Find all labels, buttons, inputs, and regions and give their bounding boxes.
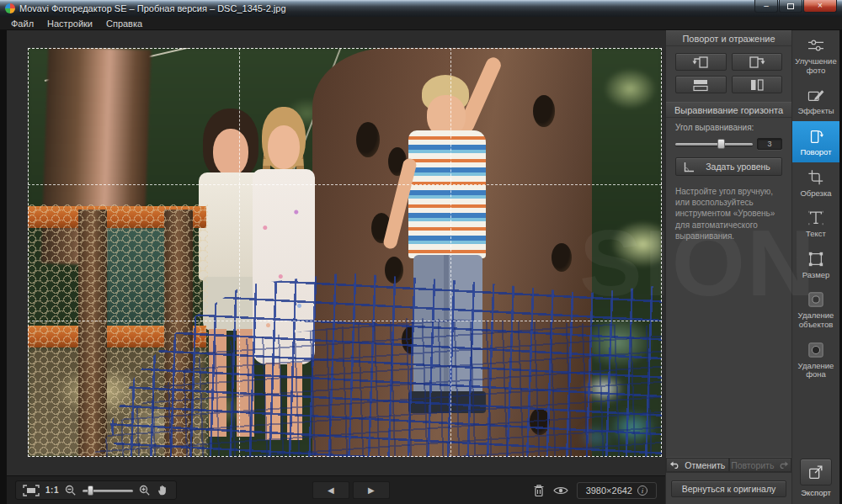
app-logo-icon xyxy=(5,3,15,13)
zoom-out-icon[interactable] xyxy=(65,485,77,496)
object-removal-icon xyxy=(807,290,824,309)
zoom-controls: 1:1 xyxy=(15,480,177,500)
redo-button[interactable]: Повторить xyxy=(729,458,792,472)
eye-icon[interactable] xyxy=(553,485,568,496)
next-image-button[interactable]: ▶ xyxy=(353,481,390,499)
image-dimensions[interactable]: 3980×2642 i xyxy=(577,482,657,499)
angle-slider-handle[interactable] xyxy=(717,139,725,149)
maximize-button[interactable] xyxy=(779,0,802,13)
revert-to-original-button[interactable]: Вернуться к оригиналу xyxy=(671,480,786,497)
window-title: Movavi Фоторедактор SE – Пробная версия … xyxy=(19,3,286,13)
sidebar-item-effects[interactable]: Эффекты xyxy=(792,80,839,121)
zoom-slider[interactable] xyxy=(83,485,133,496)
rotate-icon xyxy=(807,127,825,146)
tool-options-panel: Поворот и отражение Выравнивание горизон… xyxy=(665,30,791,504)
sidebar-item-crop[interactable]: Обрезка xyxy=(792,162,839,204)
rotate-right-button[interactable] xyxy=(732,53,783,71)
rotation-buttons xyxy=(666,46,791,102)
zoom-in-icon[interactable] xyxy=(139,485,151,496)
statusbar: 1:1 ◀ ▶ xyxy=(7,475,665,504)
close-icon: × xyxy=(818,2,823,10)
thirds-grid-line xyxy=(239,48,240,457)
set-level-label: Задать уровень xyxy=(701,162,775,172)
sidebar-item-object-removal[interactable]: Удаление объектов xyxy=(792,284,839,334)
app-window: Movavi Фоторедактор SE – Пробная версия … xyxy=(0,0,842,504)
level-icon xyxy=(683,162,695,172)
sidebar-item-label: Поворот xyxy=(800,148,831,157)
tools-sidebar: Улучшение фото Эффекты Поворот Обрезка xyxy=(791,30,842,504)
thirds-grid-line xyxy=(28,321,662,321)
actual-size-button[interactable]: 1:1 xyxy=(45,485,59,495)
menu-settings[interactable]: Настройки xyxy=(41,18,99,29)
sliders-icon xyxy=(807,36,825,55)
flip-vertical-button[interactable] xyxy=(675,76,727,93)
menu-help[interactable]: Справка xyxy=(100,18,148,29)
sidebar-item-rotate[interactable]: Поворот xyxy=(792,121,839,162)
redo-icon xyxy=(778,461,789,469)
maximize-icon xyxy=(787,3,794,9)
thirds-grid-line xyxy=(450,48,451,457)
sidebar-item-label: Текст xyxy=(806,230,826,239)
redo-label: Повторить xyxy=(731,460,774,470)
sidebar-item-label: Обрезка xyxy=(800,189,831,199)
sidebar-item-resize[interactable]: Размер xyxy=(792,244,839,285)
info-icon: i xyxy=(637,485,647,496)
help-text: Настройте угол вручную, или воспользуйте… xyxy=(666,183,791,245)
sidebar-item-label: Эффекты xyxy=(797,107,834,116)
angle-slider[interactable] xyxy=(675,139,753,149)
menubar: Файл Настройки Справка xyxy=(0,17,842,30)
angle-value-input[interactable]: 3 xyxy=(757,138,782,150)
export-icon xyxy=(800,459,832,485)
undo-label: Отменить xyxy=(685,460,725,470)
hand-tool-icon[interactable] xyxy=(157,484,169,496)
resize-icon xyxy=(807,250,824,268)
angle-label: Угол выравнивания: xyxy=(666,118,791,134)
minimize-button[interactable]: – xyxy=(754,0,778,13)
set-level-button[interactable]: Задать уровень xyxy=(675,157,782,176)
trash-icon[interactable] xyxy=(533,484,545,497)
sidebar-item-background-removal[interactable]: Удаление фона xyxy=(792,335,839,385)
sidebar-item-photo-enhance[interactable]: Улучшение фото xyxy=(792,30,839,80)
thirds-grid-line xyxy=(28,184,662,185)
navigation-buttons: ◀ ▶ xyxy=(312,481,390,499)
flip-horizontal-button[interactable] xyxy=(732,76,783,93)
sidebar-item-label: Улучшение фото xyxy=(794,57,838,75)
dimensions-value: 3980×2642 xyxy=(586,485,632,496)
thirds-grid-border xyxy=(28,48,662,457)
sidebar-item-text[interactable]: Текст xyxy=(792,203,839,244)
fit-screen-button[interactable] xyxy=(23,485,40,496)
canvas[interactable] xyxy=(7,30,665,475)
sidebar-item-label: Размер xyxy=(802,271,830,280)
sidebar-item-label: Удаление фона xyxy=(794,362,838,379)
text-icon xyxy=(807,209,824,227)
undo-button[interactable]: Отменить xyxy=(666,458,729,472)
photo[interactable] xyxy=(28,48,662,457)
minimize-icon: – xyxy=(764,2,769,10)
statusbar-right: 3980×2642 i xyxy=(533,482,657,499)
window-controls: – × xyxy=(754,0,837,17)
close-button[interactable]: × xyxy=(803,0,837,13)
export-button[interactable]: Экспорт xyxy=(792,454,839,504)
background-removal-icon xyxy=(807,341,824,359)
titlebar: Movavi Фоторедактор SE – Пробная версия … xyxy=(0,0,842,17)
horizon-section-header: Выравнивание горизонта xyxy=(666,102,791,118)
angle-slider-track xyxy=(675,143,753,146)
export-label: Экспорт xyxy=(801,488,831,497)
previous-image-button[interactable]: ◀ xyxy=(312,481,349,499)
undo-icon xyxy=(669,461,680,469)
menu-file[interactable]: Файл xyxy=(5,18,40,29)
panel-bottom: Отменить Повторить Вернуться к оригиналу xyxy=(666,457,791,504)
sidebar-item-label: Удаление объектов xyxy=(794,311,838,329)
crop-icon xyxy=(807,168,824,187)
rotation-section-header: Поворот и отражение xyxy=(666,30,791,46)
rotate-left-button[interactable] xyxy=(675,53,727,71)
effects-icon xyxy=(807,86,825,104)
